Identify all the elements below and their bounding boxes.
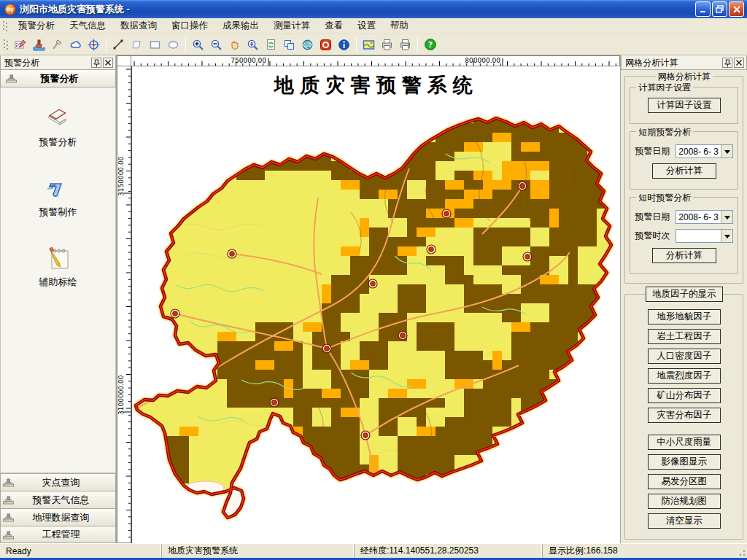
horizontal-ruler: 750000.00800000.00 [131,55,620,66]
hammer-icon[interactable] [48,36,66,54]
chevron-down-icon[interactable] [721,145,732,158]
resize-grip[interactable] [737,548,746,557]
warning-analysis-icon [44,104,73,133]
left-item-warning-analysis[interactable]: 预警分析 [1,104,115,149]
toolbar: ? [0,34,747,55]
menu-item[interactable]: 帮助 [383,18,416,34]
zoom-extent-icon[interactable] [244,36,262,54]
geo-factor-group: 地质因子的显示 地形地貌因子岩土工程因子人口密度因子地震烈度因子矿山分布因子灾害… [624,294,743,540]
svg-text:750000.00: 750000.00 [231,57,266,64]
chevron-down-icon[interactable] [721,211,732,223]
menu-item[interactable]: 窗口操作 [164,18,215,34]
menu-item[interactable]: 设置 [350,18,383,34]
draw-polygon-icon[interactable] [128,36,146,54]
geo-factor-display-button[interactable]: 地质因子的显示 [646,287,723,302]
draw-line-icon[interactable] [109,36,128,54]
left-section-label: 预警分析 [23,72,115,85]
left-panel-body: 预警分析 预警制作 辅助标绘 [0,88,116,473]
chevron-down-icon[interactable] [721,230,732,242]
left-bottom-item[interactable]: 预警天气信息 [0,491,116,508]
right-panel-title: 网格分析计算 [624,57,721,69]
map-canvas[interactable]: 地质灾害预警系统 [131,66,620,543]
left-section-header[interactable]: 预警分析 [0,70,116,88]
factor-button[interactable]: 地震烈度因子 [648,368,721,384]
warning-time-combo[interactable] [676,229,733,243]
map-edit-icon[interactable] [12,36,30,54]
factor-button[interactable]: 地形地貌因子 [648,309,721,324]
display-button[interactable]: 易发分区图 [648,474,721,489]
info-icon[interactable] [335,36,353,54]
vertical-ruler: 3150000.003100000.00 [117,66,131,543]
left-panel-title: 预警分析 [3,57,90,69]
stop-record-icon[interactable] [317,36,335,54]
factor-setting-button[interactable]: 计算因子设置 [648,98,721,113]
menu-item[interactable]: 成果输出 [215,18,266,34]
print-preview-icon[interactable] [396,36,414,54]
short-time-analyze-button[interactable]: 分析计算 [652,248,716,263]
left-bottom-item[interactable]: 灾点查询 [0,473,116,491]
draw-rectangle-icon[interactable] [146,36,164,54]
ruler-corner [117,55,131,66]
app-window: dy 浏阳市地质灾害预警系统 - 预警分析天气信息数据查询窗口操作成果输出测量计… [0,0,747,560]
left-item-label: 预警制作 [39,206,77,219]
map-display-icon[interactable] [360,36,378,54]
toolbar-grip [3,39,9,50]
display-button[interactable]: 中小尺度雨量 [648,435,721,450]
globe-icon[interactable] [298,36,317,54]
left-bottom-item[interactable]: 地理数据查询 [0,508,116,526]
toolbar-separator [417,37,418,52]
left-bottom-item[interactable]: 工程管理 [0,526,116,543]
menu-item[interactable]: 天气信息 [62,18,113,34]
warning-date-combo[interactable]: 2008- 6- 3 [676,144,733,158]
svg-text:3150000.00: 3150000.00 [117,156,125,196]
cloud-icon[interactable] [66,36,85,54]
close-icon[interactable] [734,58,744,68]
display-button[interactable]: 清空显示 [648,513,721,529]
right-panel: 网格分析计算 网格分析计算 计算因子设置 计算因子设置 短期预警分析 预警日期 [620,55,747,543]
map-area: 750000.00800000.00 3150000.003100000.00 … [117,55,620,543]
factor-button[interactable]: 灾害分布因子 [648,408,721,423]
short-term-analyze-button[interactable]: 分析计算 [652,163,716,179]
title-bar: dy 浏阳市地质灾害预警系统 - [0,0,747,18]
stamp-icon [1,70,23,88]
refresh-view-icon[interactable] [262,36,280,54]
aux-plot-icon [44,244,73,273]
display-button[interactable]: 防治规划图 [648,494,721,509]
status-ready: Ready [0,544,162,558]
stamp-icon [1,512,17,523]
pin-icon[interactable] [722,58,732,68]
menu-item[interactable]: 数据查询 [113,18,164,34]
help-icon[interactable]: ? [421,36,439,54]
warning-time-label: 预警时次 [635,230,676,242]
display-button[interactable]: 影像图显示 [648,454,721,470]
left-item-label: 辅助标绘 [39,276,77,289]
close-icon[interactable] [103,58,113,68]
warning-produce-icon [44,174,73,203]
toolbar-separator [356,37,357,52]
factor-button[interactable]: 岩土工程因子 [648,329,721,344]
svg-text:800000.00: 800000.00 [465,57,500,64]
close-button[interactable] [729,1,744,17]
paint-layer-icon[interactable] [30,36,48,54]
short-term-group: 短期预警分析 预警日期 2008- 6- 3 分析计算 [630,131,738,190]
pan-hand-icon[interactable] [225,36,244,54]
warning-date-combo[interactable]: 2008- 6- 3 [676,210,733,224]
factor-button[interactable]: 矿山分布因子 [648,388,721,403]
short-time-group: 短时预警分析 预警日期 2008- 6- 3 预警时次 [630,197,738,274]
draw-ellipse-icon[interactable] [164,36,182,54]
left-item-warning-produce[interactable]: 预警制作 [1,174,115,219]
svg-text:3100000.00: 3100000.00 [117,375,125,415]
copy-layers-icon[interactable] [280,36,298,54]
pin-icon[interactable] [91,58,101,68]
factor-button[interactable]: 人口密度因子 [648,349,721,364]
left-item-aux-plot[interactable]: 辅助标绘 [1,244,115,289]
zoom-out-icon[interactable] [207,36,225,54]
menu-item[interactable]: 查看 [317,18,350,34]
zoom-in-icon[interactable] [189,36,207,54]
print-icon[interactable] [378,36,396,54]
minimize-button[interactable] [695,1,711,17]
menu-item[interactable]: 测量计算 [266,18,317,34]
restore-button[interactable] [712,1,727,17]
crosshair-icon[interactable] [85,36,103,54]
menu-item[interactable]: 预警分析 [11,18,62,34]
